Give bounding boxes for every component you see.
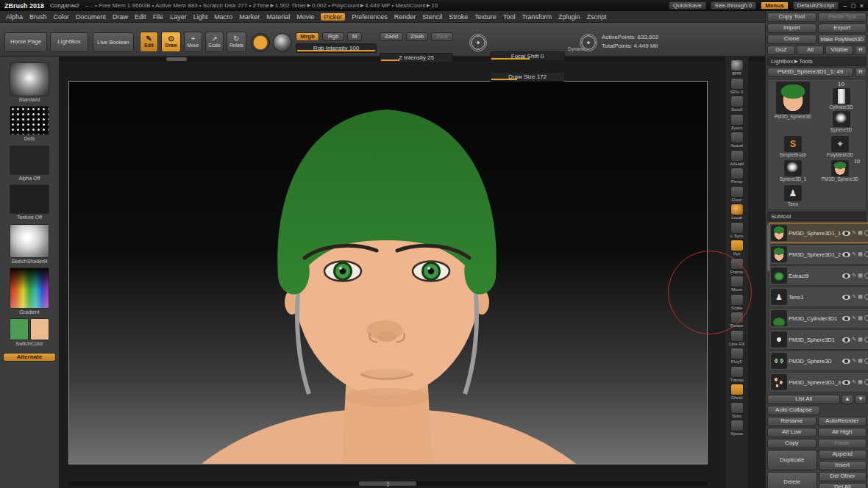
subtool-header[interactable]: Subtool xyxy=(767,212,867,221)
all-low-button[interactable]: All Low xyxy=(767,428,817,437)
strip-item-scale[interactable]: Scale xyxy=(726,294,748,312)
delete-button[interactable]: Delete xyxy=(767,472,817,488)
menu-brush[interactable]: Brush xyxy=(29,13,47,21)
face2-thumbnail[interactable] xyxy=(831,160,849,176)
paint-icon[interactable]: ✎ xyxy=(852,337,856,342)
toggle-circle-icon[interactable] xyxy=(864,273,868,279)
strip-item-spix[interactable]: SPix 3 xyxy=(726,78,748,96)
strip-item-local[interactable]: Local xyxy=(726,204,748,221)
toggle-circle-icon[interactable] xyxy=(864,315,868,321)
alternate-button[interactable]: Alternate xyxy=(3,353,56,362)
subtool-thumbnail[interactable] xyxy=(771,310,787,326)
simplebrush-thumbnail[interactable]: S xyxy=(784,136,802,152)
menu-movie[interactable]: Movie xyxy=(296,13,314,21)
brush-thumbnail[interactable] xyxy=(10,62,49,96)
scroll-down-icon[interactable]: ▼ xyxy=(386,484,390,488)
menu-zplugin[interactable]: Zplugin xyxy=(558,13,580,21)
zsub-button[interactable]: Zsub xyxy=(406,32,428,41)
menu-picker[interactable]: Picker xyxy=(321,13,345,21)
menu-marker[interactable]: Marker xyxy=(239,13,260,21)
sphere1-thumbnail[interactable] xyxy=(784,160,802,176)
paste-tool-button[interactable]: Paste Tool xyxy=(818,12,867,22)
subtool-down-button[interactable]: ▼ xyxy=(855,395,867,404)
eye-icon[interactable] xyxy=(842,316,850,321)
texture-selector[interactable]: Texture Off xyxy=(10,184,49,220)
strip-item-ghost[interactable]: Ghost xyxy=(726,384,748,401)
draw-size-slider[interactable]: Draw Size 172 xyxy=(490,72,565,82)
menu-file[interactable]: File xyxy=(153,13,164,21)
menu-light[interactable]: Light xyxy=(193,13,208,21)
menu-texture[interactable]: Texture xyxy=(474,13,497,21)
menu-zscript[interactable]: Zscript xyxy=(587,13,607,21)
canvas-model[interactable] xyxy=(69,82,708,464)
subtool-up-button[interactable]: ▲ xyxy=(842,395,853,404)
zadd-button[interactable]: Zadd xyxy=(380,32,403,41)
alpha-selector[interactable]: Alpha Off xyxy=(10,146,49,182)
polypaint-icon[interactable]: ▦ xyxy=(858,379,863,385)
menu-stencil[interactable]: Stencil xyxy=(422,13,442,21)
draw-button[interactable]: ⊙ Draw xyxy=(161,32,181,52)
append-button[interactable]: Append xyxy=(819,450,867,459)
export-button[interactable]: Export xyxy=(818,24,867,33)
color-picker[interactable]: Gradient xyxy=(10,268,49,315)
eye-icon[interactable] xyxy=(842,380,850,385)
menu-color[interactable]: Color xyxy=(54,13,70,21)
copy-tool-button[interactable]: Copy Tool xyxy=(767,12,817,22)
strip-item-transp[interactable]: Transp xyxy=(726,366,748,384)
make-polymesh3d-button[interactable]: Make PolyMesh3D xyxy=(818,35,867,44)
home-page-button[interactable]: Home Page xyxy=(4,32,47,52)
polypaint-icon[interactable]: ▦ xyxy=(858,315,863,321)
menu-layer[interactable]: Layer xyxy=(170,13,187,21)
clone-button[interactable]: Clone xyxy=(767,35,817,44)
goz-button[interactable]: GoZ xyxy=(767,46,795,55)
texture-thumbnail[interactable] xyxy=(10,184,49,214)
duplicate-button[interactable]: Duplicate xyxy=(767,450,817,470)
tool-polymesh3d[interactable]: ✦ PolyMesh3D xyxy=(817,136,863,158)
maximize-icon[interactable]: □ xyxy=(851,2,855,10)
paint-icon[interactable]: ✎ xyxy=(852,379,856,385)
subtool-thumbnail[interactable]: ♟ xyxy=(771,289,787,305)
strip-item-lsym[interactable]: L.Sym xyxy=(726,222,748,240)
rgb-button[interactable]: Rgb xyxy=(322,32,344,41)
del-all-button[interactable]: Del All xyxy=(819,483,867,488)
paint-icon[interactable]: ✎ xyxy=(852,358,856,364)
subtool-thumbnail[interactable] xyxy=(771,225,787,241)
move-button[interactable]: + Move xyxy=(184,32,202,52)
focal-shift-slider[interactable]: Focal Shift 0 xyxy=(490,51,565,61)
stroke-thumbnail[interactable] xyxy=(10,106,49,135)
tool-cylinder3d[interactable]: Cylinder3D xyxy=(821,88,862,110)
figure-thumbnail[interactable]: ♟ xyxy=(784,185,802,201)
scroll-arrows[interactable]: ▲ ▼ xyxy=(386,481,390,488)
top-scrollbar-handle[interactable] xyxy=(166,57,187,61)
strip-item-scroll[interactable]: Scroll xyxy=(726,96,748,113)
alpha-thumbnail[interactable] xyxy=(10,146,49,175)
subtool-row-5[interactable]: PM3D_Cylinder3D1 ✎ ▦ xyxy=(769,308,868,329)
minimize-icon[interactable]: – xyxy=(843,2,847,10)
subtool-row-2[interactable]: PM3D_Sphere3D1_2 ✎ ▦ xyxy=(769,244,868,265)
polymesh-thumbnail[interactable]: ✦ xyxy=(831,136,849,152)
paint-icon[interactable]: ✎ xyxy=(852,315,856,321)
tool-sphere3d[interactable]: Sphere3D xyxy=(821,111,862,133)
menu-edit[interactable]: Edit xyxy=(135,13,146,21)
zcut-button[interactable]: Zcut xyxy=(431,32,453,41)
rename-button[interactable]: Rename xyxy=(767,417,817,426)
menu-render[interactable]: Render xyxy=(394,13,416,21)
subtool-thumbnail[interactable] xyxy=(771,331,787,348)
gradient-picker[interactable] xyxy=(10,268,49,309)
list-all-button[interactable]: List All xyxy=(767,395,840,404)
strip-item-zoom[interactable]: Zoom xyxy=(726,114,748,132)
quicksave-button[interactable]: QuickSave xyxy=(669,1,706,10)
paint-icon[interactable]: ✎ xyxy=(852,273,856,279)
subtool-thumbnail[interactable] xyxy=(771,374,787,390)
cylinder-thumbnail[interactable] xyxy=(833,88,850,104)
subtool-thumbnail[interactable] xyxy=(771,268,787,284)
eye-icon[interactable] xyxy=(842,359,850,364)
strip-item-frame[interactable]: Frame xyxy=(726,258,748,276)
lightbox-tools-header[interactable]: Lightbox►Tools xyxy=(767,57,867,66)
eye-icon[interactable] xyxy=(842,252,850,257)
sphere-thumbnail[interactable] xyxy=(833,111,850,127)
strip-item-bpr[interactable]: BPR xyxy=(726,60,748,77)
see-through-slider[interactable]: See-through 0 xyxy=(711,1,757,10)
subtool-row-4[interactable]: ♟ Teno1 ✎ ▦ xyxy=(769,287,868,307)
current-tool-r-button[interactable]: R xyxy=(855,68,867,77)
